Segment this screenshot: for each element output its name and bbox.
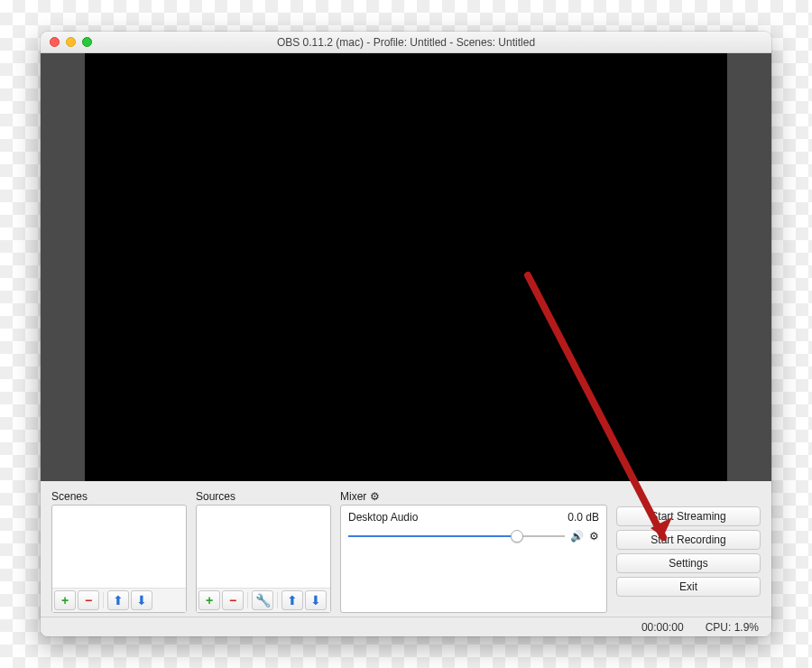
control-buttons: Start Streaming Start Recording Settings… (616, 490, 761, 613)
sources-toolbar: + − 🔧 ⬆ ⬇ (197, 588, 330, 612)
zoom-icon[interactable] (82, 37, 92, 47)
start-recording-button[interactable]: Start Recording (616, 530, 761, 550)
mixer-settings-icon gear-icon[interactable] (370, 490, 380, 503)
status-bar: 00:00:00 CPU: 1.9% (41, 617, 771, 636)
move-source-down-button arrow-down-icon[interactable]: ⬇ (305, 590, 327, 610)
status-time: 00:00:00 (641, 621, 684, 634)
sources-list[interactable]: + − 🔧 ⬆ ⬇ (196, 505, 331, 613)
scenes-toolbar: + − ⬆ ⬇ (52, 588, 186, 612)
mixer-track-settings-icon gear-icon[interactable] (589, 530, 599, 543)
window-controls (50, 37, 92, 47)
mixer-label-text: Mixer (340, 490, 366, 503)
sources-label: Sources (196, 490, 331, 503)
sources-panel: Sources + − 🔧 ⬆ ⬇ (196, 490, 331, 613)
move-scene-up-button arrow-up-icon[interactable]: ⬆ (107, 590, 129, 610)
preview-canvas[interactable] (85, 53, 728, 481)
mixer-mute-icon speaker-icon[interactable] (570, 530, 584, 543)
mixer-panel: Mixer Desktop Audio 0.0 dB (340, 490, 607, 613)
move-scene-down-button arrow-down-icon[interactable]: ⬇ (131, 590, 152, 610)
app-window: OBS 0.11.2 (mac) - Profile: Untitled - S… (41, 32, 771, 636)
mixer-volume-slider[interactable] (348, 529, 565, 543)
add-scene-button plus-icon[interactable]: + (54, 590, 76, 610)
lower-panels: Scenes + − ⬆ ⬇ Sources + − (41, 481, 771, 617)
mixer-box: Desktop Audio 0.0 dB (340, 505, 607, 613)
remove-scene-button minus-icon[interactable]: − (78, 590, 99, 610)
titlebar: OBS 0.11.2 (mac) - Profile: Untitled - S… (41, 32, 771, 53)
exit-button[interactable]: Exit (616, 577, 761, 597)
scenes-label: Scenes (51, 490, 187, 503)
scenes-list[interactable]: + − ⬆ ⬇ (51, 505, 187, 613)
minimize-icon[interactable] (66, 37, 76, 47)
remove-source-button minus-icon[interactable]: − (222, 590, 244, 610)
window-title: OBS 0.11.2 (mac) - Profile: Untitled - S… (277, 36, 535, 49)
move-source-up-button arrow-up-icon[interactable]: ⬆ (281, 590, 303, 610)
mixer-track-name: Desktop Audio (348, 511, 418, 524)
status-cpu: CPU: 1.9% (706, 621, 759, 634)
start-streaming-button[interactable]: Start Streaming (616, 506, 761, 526)
settings-button[interactable]: Settings (616, 553, 761, 573)
scenes-panel: Scenes + − ⬆ ⬇ (51, 490, 187, 613)
preview-area (41, 53, 771, 481)
close-icon[interactable] (50, 37, 60, 47)
source-properties-button wrench-icon[interactable]: 🔧 (252, 590, 273, 610)
mixer-track-level: 0.0 dB (567, 511, 599, 524)
add-source-button plus-icon[interactable]: + (198, 590, 220, 610)
mixer-label: Mixer (340, 490, 607, 503)
